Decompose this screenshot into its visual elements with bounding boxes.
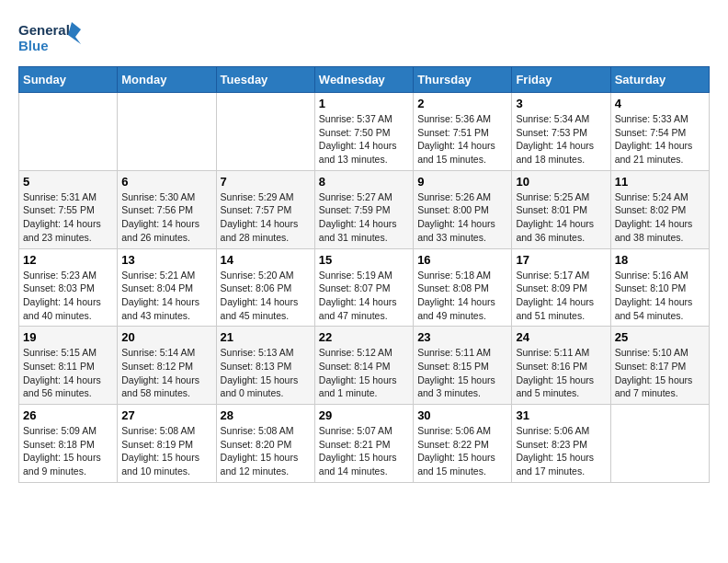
svg-text:General: General xyxy=(18,22,70,38)
calendar-cell xyxy=(610,405,709,483)
day-info: Sunrise: 5:07 AM Sunset: 8:21 PM Dayligh… xyxy=(319,424,409,478)
calendar-cell xyxy=(118,93,216,171)
day-number: 24 xyxy=(516,330,606,344)
calendar-cell xyxy=(19,93,118,171)
calendar-cell: 12Sunrise: 5:23 AM Sunset: 8:03 PM Dayli… xyxy=(19,248,118,327)
day-info: Sunrise: 5:08 AM Sunset: 8:19 PM Dayligh… xyxy=(121,424,211,478)
day-info: Sunrise: 5:25 AM Sunset: 8:01 PM Dayligh… xyxy=(516,190,606,245)
day-info: Sunrise: 5:36 AM Sunset: 7:51 PM Dayligh… xyxy=(417,112,507,167)
calendar-cell xyxy=(216,93,314,171)
day-number: 23 xyxy=(417,330,507,344)
day-number: 5 xyxy=(23,175,113,189)
day-number: 4 xyxy=(615,97,705,110)
calendar-cell: 28Sunrise: 5:08 AM Sunset: 8:20 PM Dayli… xyxy=(216,405,314,483)
calendar-cell: 2Sunrise: 5:36 AM Sunset: 7:51 PM Daylig… xyxy=(414,93,512,171)
svg-marker-2 xyxy=(68,22,81,44)
calendar-cell: 8Sunrise: 5:27 AM Sunset: 7:59 PM Daylig… xyxy=(314,170,413,248)
day-info: Sunrise: 5:26 AM Sunset: 8:00 PM Dayligh… xyxy=(417,190,507,245)
day-info: Sunrise: 5:24 AM Sunset: 8:02 PM Dayligh… xyxy=(615,190,705,245)
day-info: Sunrise: 5:11 AM Sunset: 8:16 PM Dayligh… xyxy=(516,346,606,400)
weekday-header-row: SundayMondayTuesdayWednesdayThursdayFrid… xyxy=(19,67,710,93)
calendar-cell: 5Sunrise: 5:31 AM Sunset: 7:55 PM Daylig… xyxy=(19,170,118,248)
day-number: 2 xyxy=(417,97,507,110)
calendar-cell: 27Sunrise: 5:08 AM Sunset: 8:19 PM Dayli… xyxy=(118,405,216,483)
weekday-header-friday: Friday xyxy=(512,67,610,93)
calendar-cell: 3Sunrise: 5:34 AM Sunset: 7:53 PM Daylig… xyxy=(512,93,610,171)
day-number: 14 xyxy=(221,253,311,267)
week-row-0: 1Sunrise: 5:37 AM Sunset: 7:50 PM Daylig… xyxy=(19,93,710,171)
day-info: Sunrise: 5:15 AM Sunset: 8:11 PM Dayligh… xyxy=(23,346,113,400)
day-info: Sunrise: 5:18 AM Sunset: 8:08 PM Dayligh… xyxy=(417,269,507,323)
calendar-cell: 26Sunrise: 5:09 AM Sunset: 8:18 PM Dayli… xyxy=(19,405,118,483)
day-number: 27 xyxy=(121,408,211,422)
day-number: 21 xyxy=(221,330,311,344)
day-info: Sunrise: 5:34 AM Sunset: 7:53 PM Dayligh… xyxy=(516,112,606,167)
day-number: 28 xyxy=(221,408,311,422)
day-number: 17 xyxy=(516,253,606,267)
day-number: 7 xyxy=(221,175,311,189)
calendar-cell: 19Sunrise: 5:15 AM Sunset: 8:11 PM Dayli… xyxy=(19,327,118,405)
day-info: Sunrise: 5:16 AM Sunset: 8:10 PM Dayligh… xyxy=(615,269,705,323)
day-number: 30 xyxy=(417,408,507,422)
day-number: 22 xyxy=(319,330,409,344)
day-info: Sunrise: 5:14 AM Sunset: 8:12 PM Dayligh… xyxy=(121,346,211,400)
day-number: 31 xyxy=(516,408,606,422)
weekday-header-sunday: Sunday xyxy=(19,67,118,93)
day-number: 29 xyxy=(319,408,409,422)
calendar-cell: 9Sunrise: 5:26 AM Sunset: 8:00 PM Daylig… xyxy=(414,170,512,248)
day-info: Sunrise: 5:19 AM Sunset: 8:07 PM Dayligh… xyxy=(319,269,409,323)
day-info: Sunrise: 5:23 AM Sunset: 8:03 PM Dayligh… xyxy=(23,269,113,323)
day-info: Sunrise: 5:30 AM Sunset: 7:56 PM Dayligh… xyxy=(121,190,211,245)
calendar-cell: 18Sunrise: 5:16 AM Sunset: 8:10 PM Dayli… xyxy=(610,248,709,327)
day-number: 25 xyxy=(615,330,705,344)
day-number: 11 xyxy=(615,175,705,189)
logo-svg: General Blue xyxy=(18,18,83,57)
day-info: Sunrise: 5:33 AM Sunset: 7:54 PM Dayligh… xyxy=(615,112,705,167)
calendar-cell: 1Sunrise: 5:37 AM Sunset: 7:50 PM Daylig… xyxy=(314,93,413,171)
calendar-cell: 20Sunrise: 5:14 AM Sunset: 8:12 PM Dayli… xyxy=(118,327,216,405)
weekday-header-thursday: Thursday xyxy=(414,67,512,93)
day-number: 1 xyxy=(319,97,409,110)
weekday-header-saturday: Saturday xyxy=(610,67,709,93)
day-number: 16 xyxy=(417,253,507,267)
calendar-cell: 7Sunrise: 5:29 AM Sunset: 7:57 PM Daylig… xyxy=(216,170,314,248)
weekday-header-wednesday: Wednesday xyxy=(314,67,413,93)
day-info: Sunrise: 5:06 AM Sunset: 8:22 PM Dayligh… xyxy=(417,424,507,478)
day-number: 9 xyxy=(417,175,507,189)
calendar-cell: 14Sunrise: 5:20 AM Sunset: 8:06 PM Dayli… xyxy=(216,248,314,327)
day-info: Sunrise: 5:20 AM Sunset: 8:06 PM Dayligh… xyxy=(221,269,311,323)
calendar-cell: 31Sunrise: 5:06 AM Sunset: 8:23 PM Dayli… xyxy=(512,405,610,483)
day-number: 13 xyxy=(121,253,211,267)
day-info: Sunrise: 5:31 AM Sunset: 7:55 PM Dayligh… xyxy=(23,190,113,245)
day-number: 19 xyxy=(23,330,113,344)
day-number: 10 xyxy=(516,175,606,189)
calendar-cell: 21Sunrise: 5:13 AM Sunset: 8:13 PM Dayli… xyxy=(216,327,314,405)
day-number: 12 xyxy=(23,253,113,267)
day-info: Sunrise: 5:21 AM Sunset: 8:04 PM Dayligh… xyxy=(121,269,211,323)
day-info: Sunrise: 5:37 AM Sunset: 7:50 PM Dayligh… xyxy=(319,112,409,167)
calendar-cell: 23Sunrise: 5:11 AM Sunset: 8:15 PM Dayli… xyxy=(414,327,512,405)
logo: General Blue xyxy=(18,18,83,57)
header: General Blue xyxy=(18,18,710,57)
calendar-cell: 15Sunrise: 5:19 AM Sunset: 8:07 PM Dayli… xyxy=(314,248,413,327)
calendar-cell: 11Sunrise: 5:24 AM Sunset: 8:02 PM Dayli… xyxy=(610,170,709,248)
day-number: 15 xyxy=(319,253,409,267)
day-info: Sunrise: 5:13 AM Sunset: 8:13 PM Dayligh… xyxy=(221,346,311,400)
day-number: 6 xyxy=(121,175,211,189)
svg-text:Blue: Blue xyxy=(18,38,49,53)
day-info: Sunrise: 5:11 AM Sunset: 8:15 PM Dayligh… xyxy=(417,346,507,400)
week-row-3: 19Sunrise: 5:15 AM Sunset: 8:11 PM Dayli… xyxy=(19,327,710,405)
day-info: Sunrise: 5:29 AM Sunset: 7:57 PM Dayligh… xyxy=(221,190,311,245)
calendar-cell: 6Sunrise: 5:30 AM Sunset: 7:56 PM Daylig… xyxy=(118,170,216,248)
week-row-1: 5Sunrise: 5:31 AM Sunset: 7:55 PM Daylig… xyxy=(19,170,710,248)
calendar-cell: 16Sunrise: 5:18 AM Sunset: 8:08 PM Dayli… xyxy=(414,248,512,327)
day-info: Sunrise: 5:17 AM Sunset: 8:09 PM Dayligh… xyxy=(516,269,606,323)
calendar-cell: 10Sunrise: 5:25 AM Sunset: 8:01 PM Dayli… xyxy=(512,170,610,248)
calendar-cell: 4Sunrise: 5:33 AM Sunset: 7:54 PM Daylig… xyxy=(610,93,709,171)
weekday-header-monday: Monday xyxy=(118,67,216,93)
day-number: 3 xyxy=(516,97,606,110)
day-info: Sunrise: 5:08 AM Sunset: 8:20 PM Dayligh… xyxy=(221,424,311,478)
weekday-header-tuesday: Tuesday xyxy=(216,67,314,93)
day-number: 26 xyxy=(23,408,113,422)
calendar-cell: 25Sunrise: 5:10 AM Sunset: 8:17 PM Dayli… xyxy=(610,327,709,405)
